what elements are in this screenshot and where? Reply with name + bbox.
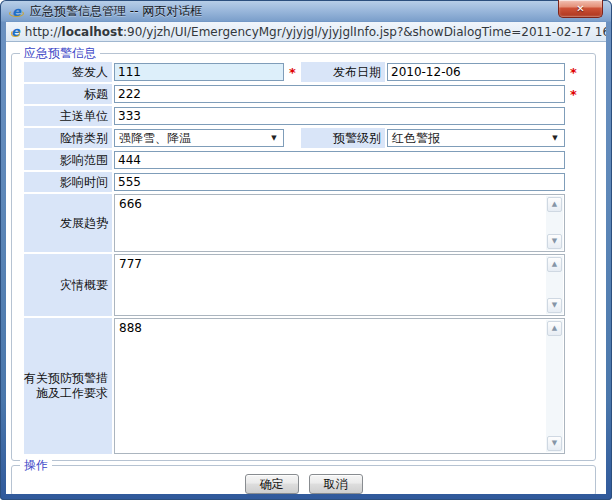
scrollbar[interactable]: ▲ ▼ — [546, 320, 563, 452]
scroll-up-button[interactable]: ▲ — [547, 197, 562, 212]
impact-time-label: 影响时间 — [24, 172, 112, 192]
scrollbar[interactable]: ▲ ▼ — [546, 256, 563, 314]
scrollbar[interactable]: ▲ ▼ — [546, 196, 563, 250]
dialog-content: 应急预警信息 签发人 * 发布日期 * 标题 — [6, 43, 606, 494]
required-marker: * — [567, 62, 580, 82]
main-recipient-label: 主送单位 — [24, 106, 112, 126]
ie-icon: e — [11, 24, 20, 39]
warning-level-value: 红色警报 — [392, 130, 440, 147]
empty-marker-cell — [567, 172, 580, 192]
prevention-measures-cell: 888 ▲ ▼ — [114, 318, 565, 454]
prevention-measures-label: 有关预防预警措施及工作要求 — [24, 318, 112, 454]
danger-category-label: 险情类别 — [24, 128, 112, 148]
danger-category-select[interactable]: 强降雪、降温 ▼ — [114, 129, 284, 147]
danger-category-cell: 强降雪、降温 ▼ — [114, 128, 284, 148]
empty-marker-cell — [567, 150, 580, 170]
title-label: 标题 — [24, 84, 112, 104]
cancel-button[interactable]: 取消 — [309, 474, 363, 494]
ie-icon: e — [9, 4, 24, 19]
chevron-down-icon: ▼ — [267, 131, 281, 145]
empty-marker-cell — [567, 318, 580, 454]
warning-info-fieldset: 应急预警信息 签发人 * 发布日期 * 标题 — [11, 53, 596, 461]
main-recipient-input[interactable] — [114, 107, 565, 125]
empty-marker-cell — [567, 106, 580, 126]
dialog-frame: e http://localhost:90/yjzh/UI/EmergencyM… — [6, 22, 606, 494]
close-icon: ✕ — [576, 4, 584, 14]
main-recipient-cell — [114, 106, 565, 126]
required-marker: * — [567, 84, 580, 104]
issuer-input[interactable] — [114, 63, 284, 81]
development-trend-label: 发展趋势 — [24, 194, 112, 252]
development-trend-value: 666 — [119, 197, 142, 211]
empty-marker-cell — [567, 194, 580, 252]
impact-scope-input[interactable] — [114, 151, 565, 169]
empty-marker-cell — [286, 128, 299, 148]
scroll-up-button[interactable]: ▲ — [547, 257, 562, 272]
ok-button[interactable]: 确定 — [245, 474, 299, 494]
impact-time-input[interactable] — [114, 173, 565, 191]
close-button[interactable]: ✕ — [558, 0, 603, 18]
warning-level-label: 预警级别 — [301, 128, 385, 148]
chevron-down-icon: ▼ — [548, 131, 562, 145]
issuer-label: 签发人 — [24, 62, 112, 82]
scroll-down-button[interactable]: ▼ — [547, 234, 562, 249]
address-bar: e http://localhost:90/yjzh/UI/EmergencyM… — [6, 22, 606, 42]
publish-date-input[interactable] — [387, 63, 565, 81]
disaster-summary-label: 灾情概要 — [24, 254, 112, 316]
issuer-cell — [114, 62, 284, 82]
url-text: http://localhost:90/yjzh/UI/EmergencyMgr… — [25, 25, 606, 39]
warning-level-cell: 红色警报 ▼ — [387, 128, 565, 148]
title-cell — [114, 84, 565, 104]
disaster-summary-textarea[interactable]: 777 ▲ ▼ — [114, 254, 565, 316]
prevention-measures-textarea[interactable]: 888 ▲ ▼ — [114, 318, 565, 454]
disaster-summary-value: 777 — [119, 257, 142, 271]
fieldset-legend: 应急预警信息 — [20, 46, 100, 60]
scroll-down-button[interactable]: ▼ — [547, 436, 562, 451]
impact-scope-label: 影响范围 — [24, 150, 112, 170]
prevention-measures-value: 888 — [119, 321, 142, 335]
danger-category-value: 强降雪、降温 — [119, 130, 191, 147]
publish-date-cell — [387, 62, 565, 82]
required-marker: * — [286, 62, 299, 82]
actions-legend: 操作 — [20, 458, 52, 472]
empty-marker-cell — [567, 254, 580, 316]
impact-time-cell — [114, 172, 565, 192]
publish-date-label: 发布日期 — [301, 62, 385, 82]
actions-fieldset: 操作 确定 取消 — [11, 465, 596, 494]
form-grid: 签发人 * 发布日期 * 标题 * — [24, 62, 595, 454]
dialog-window: e 应急预警信息管理 -- 网页对话框 ✕ e http://localhost… — [0, 0, 612, 500]
development-trend-cell: 666 ▲ ▼ — [114, 194, 565, 252]
impact-scope-cell — [114, 150, 565, 170]
window-title: 应急预警信息管理 -- 网页对话框 — [30, 3, 202, 20]
warning-level-select[interactable]: 红色警报 ▼ — [387, 129, 565, 147]
disaster-summary-cell: 777 ▲ ▼ — [114, 254, 565, 316]
scroll-up-button[interactable]: ▲ — [547, 321, 562, 336]
title-bar: e 应急预警信息管理 -- 网页对话框 ✕ — [0, 0, 612, 22]
empty-marker-cell — [567, 128, 580, 148]
title-input[interactable] — [114, 85, 565, 103]
development-trend-textarea[interactable]: 666 ▲ ▼ — [114, 194, 565, 252]
button-row: 确定 取消 — [12, 474, 595, 494]
scroll-down-button[interactable]: ▼ — [547, 298, 562, 313]
